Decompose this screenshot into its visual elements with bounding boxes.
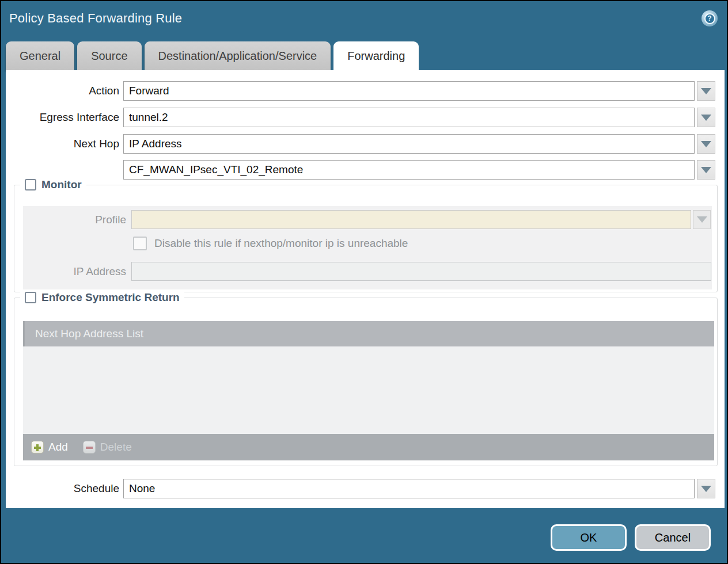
dialog-footer: OK Cancel: [2, 508, 726, 562]
next-hop-address-select[interactable]: CF_MWAN_IPsec_VTI_02_Remote: [123, 160, 695, 180]
action-label: Action: [6, 81, 119, 101]
symmetric-return-section: Enforce Symmetric Return Next Hop Addres…: [14, 298, 718, 466]
egress-interface-label: Egress Interface: [6, 108, 119, 127]
profile-row: Profile: [23, 210, 712, 229]
profile-label: Profile: [23, 210, 126, 229]
action-select[interactable]: Forward: [123, 81, 695, 101]
chevron-down-icon: [701, 141, 711, 147]
tab-destination-application-service[interactable]: Destination/Application/Service: [145, 41, 331, 70]
dialog-title: Policy Based Forwarding Rule: [9, 11, 182, 26]
next-hop-address-dropdown-button[interactable]: [697, 160, 715, 180]
disable-rule-checkbox: [133, 237, 147, 250]
ok-button[interactable]: OK: [551, 524, 627, 551]
enforce-symmetric-return-checkbox[interactable]: [25, 292, 36, 303]
question-mark-glyph: ?: [704, 13, 715, 24]
tab-forwarding[interactable]: Forwarding: [333, 41, 419, 70]
enforce-symmetric-return-title: Enforce Symmetric Return: [41, 291, 180, 304]
chevron-down-icon: [701, 88, 711, 94]
monitor-ip-input: [131, 262, 711, 281]
schedule-label: Schedule: [6, 479, 119, 498]
monitor-checkbox[interactable]: [25, 179, 36, 190]
schedule-dropdown-button[interactable]: [697, 479, 715, 498]
next-hop-table-header: Next Hop Address List: [23, 321, 714, 346]
schedule-select[interactable]: None: [123, 479, 695, 498]
chevron-down-icon: [697, 216, 707, 223]
action-dropdown-button[interactable]: [697, 81, 715, 101]
monitor-title: Monitor: [41, 178, 82, 191]
egress-interface-row: Egress Interface tunnel.2: [6, 108, 725, 127]
disable-rule-row: Disable this rule if nexthop/monitor ip …: [23, 237, 712, 256]
disable-rule-label: Disable this rule if nexthop/monitor ip …: [154, 237, 408, 250]
chevron-down-icon: [701, 167, 711, 173]
minus-icon: [83, 441, 96, 454]
profile-select: [131, 210, 691, 229]
monitor-ip-row: IP Address: [23, 262, 712, 281]
delete-button: Delete: [83, 441, 132, 454]
next-hop-address-row: CF_MWAN_IPsec_VTI_02_Remote: [6, 160, 725, 180]
tab-source[interactable]: Source: [77, 41, 141, 70]
monitor-box: Profile Disable this rule if nexthop/mon…: [23, 206, 712, 289]
action-row: Action Forward: [6, 81, 725, 101]
plus-icon: [31, 441, 44, 454]
dialog-titlebar: Policy Based Forwarding Rule ?: [1, 1, 727, 36]
next-hop-type-select[interactable]: IP Address: [123, 134, 695, 154]
pbf-rule-dialog: Policy Based Forwarding Rule ? General S…: [0, 0, 728, 564]
cancel-button[interactable]: Cancel: [635, 524, 711, 551]
next-hop-dropdown-button[interactable]: [697, 134, 715, 154]
chevron-down-icon: [701, 486, 711, 492]
forwarding-tab-panel: Action Forward Egress Interface tunnel.2…: [6, 70, 725, 510]
profile-dropdown-button: [693, 210, 711, 229]
egress-interface-dropdown-button[interactable]: [697, 108, 715, 127]
tab-strip: General Source Destination/Application/S…: [6, 36, 722, 70]
help-icon[interactable]: ?: [702, 10, 718, 26]
next-hop-table-toolbar: Add Delete: [23, 434, 714, 460]
monitor-legend: Monitor: [20, 178, 86, 191]
chevron-down-icon: [701, 115, 711, 121]
monitor-ip-label: IP Address: [23, 262, 126, 281]
monitor-section: Monitor Profile Disable this rule if nex…: [14, 185, 718, 292]
add-button[interactable]: Add: [31, 441, 68, 454]
add-button-label: Add: [48, 441, 68, 454]
symmetric-return-legend: Enforce Symmetric Return: [20, 291, 184, 304]
next-hop-label: Next Hop: [6, 134, 119, 154]
schedule-row: Schedule None: [6, 479, 725, 498]
next-hop-row: Next Hop IP Address: [6, 134, 725, 154]
next-hop-table-body[interactable]: [23, 346, 714, 434]
next-hop-address-table: Next Hop Address List Add Delete: [23, 321, 714, 460]
egress-interface-select[interactable]: tunnel.2: [123, 108, 695, 127]
tab-general[interactable]: General: [6, 41, 74, 70]
delete-button-label: Delete: [100, 441, 132, 454]
